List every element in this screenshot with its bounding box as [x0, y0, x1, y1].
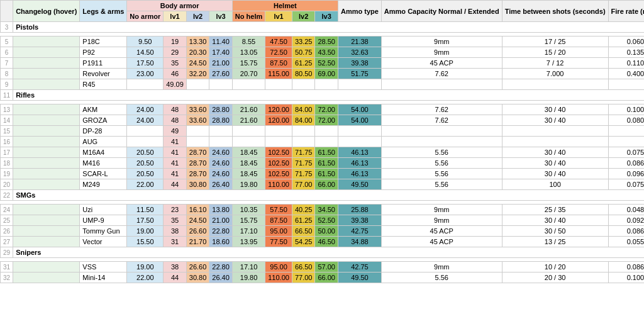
row-num: 3: [1, 22, 13, 33]
cell-time-between: 0.092: [608, 215, 644, 226]
cell-hlv3: 42.75: [338, 226, 381, 237]
changelog-cell: [13, 137, 80, 147]
cell-lv3: 17.10: [232, 262, 265, 273]
cell-no_helm: 87.50: [265, 58, 292, 69]
cell-lv3: 18.45: [232, 158, 265, 169]
row-num: 24: [1, 205, 13, 215]
cell-hlv3: 25.88: [338, 205, 381, 215]
cell-hlv2: 52.50: [315, 58, 338, 69]
row-num: 5: [1, 37, 13, 47]
cell-no_armor: 19: [164, 37, 187, 47]
cell-hlv1: 80.50: [292, 69, 315, 79]
cell-no_helm: 110.00: [265, 273, 292, 283]
cell-hlv2: 66.00: [315, 273, 338, 283]
cell-ammo-cap: 7 / 12: [502, 58, 608, 69]
table-row: 13 AKM 24.004833.6028.8021.60120.0084.00…: [1, 104, 645, 115]
row-num: 15: [1, 126, 13, 137]
cell-lv1: [186, 126, 209, 137]
weapon-name: GROZA: [80, 115, 127, 126]
changelog-cell: [13, 69, 80, 79]
table-row: 19 SCAR-L 20.504128.7024.6018.45102.5071…: [1, 169, 645, 179]
cell-ammo-cap: 30 / 40: [502, 215, 608, 226]
table-row: 7 P1911 17.503524.5021.0015.7587.5061.25…: [1, 58, 645, 69]
cell-hlv2: 72.00: [315, 115, 338, 126]
cell-hlv3: [338, 79, 381, 90]
cell-time-between: 0.135: [608, 47, 644, 58]
cell-no_armor: 29: [164, 47, 187, 58]
col-lv3-header: lv3: [209, 11, 233, 22]
cell-hlv2: 66.00: [315, 179, 338, 190]
weapon-name: AUG: [80, 137, 127, 147]
cell-hlv1: 50.75: [292, 47, 315, 58]
cell-lv2: 24.60: [209, 147, 233, 158]
row-num: 14: [1, 115, 13, 126]
cell-no_helm: 102.50: [265, 147, 292, 158]
changelog-cell: [13, 226, 80, 237]
changelog-cell: [13, 273, 80, 283]
body-armor-group: Body armor: [127, 1, 233, 11]
cell-hlv1: [292, 126, 315, 137]
cell-time-between: 0.048: [608, 205, 644, 215]
row-num: 16: [1, 137, 13, 147]
cell-hlv2: 34.50: [315, 205, 338, 215]
cell-no_helm: 120.00: [265, 115, 292, 126]
row-num: 19: [1, 169, 13, 179]
cell-time-between: 0.080: [608, 115, 644, 126]
cell-no_armor: 46: [164, 69, 187, 79]
cell-hlv1: 77.00: [292, 273, 315, 283]
changelog-cell: [13, 158, 80, 169]
cell-ammo-cap: 25 / 35: [502, 205, 608, 215]
cell-ammo-cap: 30 / 40: [502, 115, 608, 126]
weapon-name: R45: [80, 79, 127, 90]
cell-lv1: 21.70: [186, 237, 209, 247]
cell-ammo-type: 5.56: [381, 273, 502, 283]
row-num: 13: [1, 104, 13, 115]
cell-ammo-type: 9mm: [381, 215, 502, 226]
cell-no_helm: 120.00: [265, 104, 292, 115]
cell-lv3: 19.80: [232, 273, 265, 283]
col-hlv2-header: lv2: [292, 11, 315, 22]
cell-lv2: 26.40: [209, 179, 233, 190]
cell-lv1: 28.70: [186, 147, 209, 158]
col-lv2-header: lv2: [186, 11, 209, 22]
cell-hlv3: 42.75: [338, 262, 381, 273]
cell-lv2: 26.40: [209, 273, 233, 283]
cell-lv1: 16.10: [186, 205, 209, 215]
row-num: 25: [1, 215, 13, 226]
cell-hlv3: 51.75: [338, 69, 381, 79]
cell-lv2: [209, 137, 233, 147]
table-row: 5 P18C 9.501913.3011.408.5547.5033.2528.…: [1, 37, 645, 47]
cell-ammo-type: 9mm: [381, 205, 502, 215]
changelog-cell: [13, 262, 80, 273]
weapon-name: M416: [80, 158, 127, 169]
cell-lv1: [186, 79, 209, 90]
section-header-row: 22 SMGs: [1, 190, 645, 201]
col-time-header: Time between shots (seconds): [502, 1, 608, 22]
cell-lv1: 24.50: [186, 215, 209, 226]
cell-hlv3: 39.38: [338, 215, 381, 226]
cell-lv3: 19.80: [232, 179, 265, 190]
cell-hlv3: 54.00: [338, 115, 381, 126]
cell-lv2: [209, 126, 233, 137]
cell-legs: 22.00: [127, 273, 164, 283]
cell-no_armor: 38: [164, 262, 187, 273]
cell-time-between: 0.086: [608, 226, 644, 237]
cell-ammo-cap: 10 / 20: [502, 262, 608, 273]
table-row: 9 R45 49.09: [1, 79, 645, 90]
cell-ammo-cap: 20 / 30: [502, 273, 608, 283]
weapon-name: AKM: [80, 104, 127, 115]
row-num: 8: [1, 69, 13, 79]
changelog-cell: [13, 126, 80, 137]
cell-legs: 11.50: [127, 205, 164, 215]
col-rownum: [1, 1, 13, 22]
table-row: 16 AUG 41: [1, 137, 645, 147]
changelog-cell: [13, 147, 80, 158]
cell-lv2: [209, 79, 233, 90]
cell-hlv3: 21.38: [338, 37, 381, 47]
cell-lv3: 13.95: [232, 237, 265, 247]
cell-legs: 17.50: [127, 58, 164, 69]
row-num: 7: [1, 58, 13, 69]
cell-hlv3: 46.13: [338, 158, 381, 169]
cell-lv3: 8.55: [232, 37, 265, 47]
table-row: 6 P92 14.502920.3017.4013.0572.5050.7543…: [1, 47, 645, 58]
